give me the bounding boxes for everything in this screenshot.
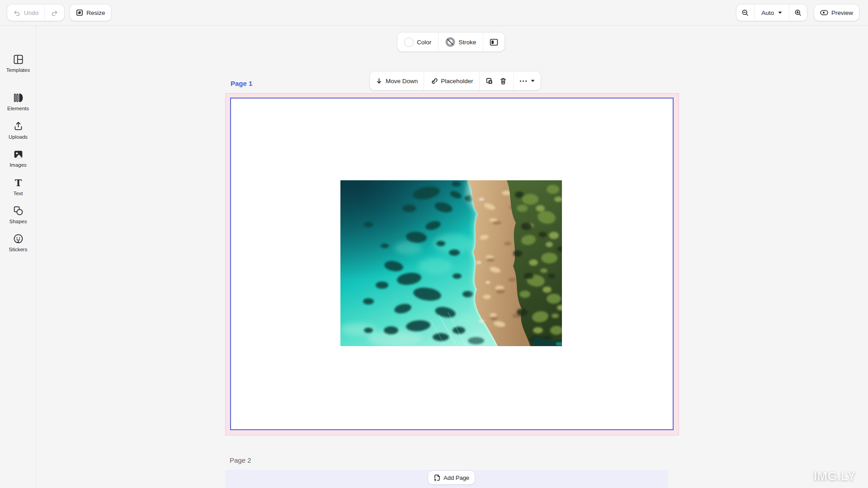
stroke-none-swatch (445, 37, 455, 47)
duplicate-icon (486, 77, 493, 85)
add-page-label: Add Page (443, 474, 469, 481)
stroke-button[interactable]: Stroke (439, 33, 483, 52)
zoom-out-icon (741, 9, 749, 17)
image-icon (13, 149, 24, 160)
ellipsis-icon (519, 80, 527, 82)
preview-button[interactable]: Preview (814, 5, 859, 21)
add-page-icon (434, 474, 441, 482)
sidebar-item-text[interactable]: T Text (0, 177, 36, 200)
open-panel-button[interactable] (483, 33, 505, 52)
page1-canvas[interactable] (230, 98, 674, 430)
delete-page-button[interactable] (496, 71, 510, 90)
canvas-image-block[interactable] (340, 180, 562, 346)
zoom-out-button[interactable] (736, 5, 754, 21)
zoom-level-value: Auto (761, 9, 774, 16)
history-button-group: Undo (7, 5, 64, 21)
sticker-icon (13, 233, 24, 244)
resize-label: Resize (86, 9, 105, 16)
zoom-level-dropdown[interactable]: Auto (755, 5, 789, 21)
resize-button[interactable]: Resize (70, 5, 111, 21)
zoom-in-icon (794, 9, 802, 17)
svg-text:T: T (14, 177, 22, 188)
fill-color-label: Color (417, 39, 431, 46)
sidebar-item-uploads[interactable]: Uploads (0, 121, 36, 143)
resize-icon (76, 9, 83, 16)
chevron-down-icon (778, 11, 782, 14)
stroke-label: Stroke (458, 39, 476, 46)
upload-icon (13, 121, 24, 132)
shapes-icon (13, 205, 24, 216)
templates-icon (13, 54, 24, 65)
undo-icon (13, 9, 21, 16)
page-action-icons (480, 71, 513, 90)
redo-icon (51, 9, 58, 16)
imgly-watermark: IMG.LY (813, 469, 856, 483)
sidebar-item-label: Text (13, 191, 23, 196)
page1-toolbar: Move Down Placeholder (370, 71, 541, 90)
sidebar-item-label: Templates (6, 67, 30, 73)
redo-button[interactable] (45, 5, 64, 21)
zoom-in-button[interactable] (789, 5, 807, 21)
placeholder-button[interactable]: Placeholder (424, 71, 479, 90)
arrow-down-icon (376, 77, 382, 84)
move-down-label: Move Down (386, 78, 418, 84)
sidebar-item-label: Images (9, 162, 27, 168)
placeholder-label: Placeholder (441, 78, 473, 84)
sidebar-item-elements[interactable]: Elements (0, 92, 36, 115)
zoom-control-group: Auto (736, 5, 807, 21)
asset-library-rail: Templates Elements Uploads (0, 26, 36, 488)
fill-color-button[interactable]: Color (397, 33, 438, 52)
sidebar-item-label: Elements (7, 106, 29, 111)
page1-bleed-area[interactable] (225, 93, 679, 436)
add-page-button[interactable]: Add Page (428, 471, 475, 484)
undo-button[interactable]: Undo (7, 5, 44, 21)
sidebar-item-label: Uploads (9, 134, 28, 140)
page-inspector-bar: Color Stroke (397, 33, 505, 52)
sidebar-item-shapes[interactable]: Shapes (0, 205, 36, 228)
text-icon: T (13, 177, 24, 188)
undo-label: Undo (24, 9, 38, 16)
move-down-button[interactable]: Move Down (370, 71, 424, 90)
link-icon (430, 77, 438, 85)
sidebar-item-templates[interactable]: Templates (0, 54, 36, 76)
top-bar: Undo (0, 0, 868, 26)
caret-down-icon (531, 80, 535, 82)
duplicate-page-button[interactable] (483, 71, 496, 90)
sidebar-item-stickers[interactable]: Stickers (0, 233, 36, 256)
sidebar-item-label: Shapes (9, 219, 27, 224)
preview-icon (820, 9, 828, 16)
side-panel-icon (490, 38, 498, 46)
preview-label: Preview (831, 9, 853, 16)
sidebar-item-label: Stickers (9, 247, 28, 252)
trash-icon (500, 77, 507, 85)
page1-title[interactable]: Page 1 (231, 80, 252, 87)
page-more-menu-button[interactable] (514, 71, 541, 90)
sidebar-item-images[interactable]: Images (0, 149, 36, 171)
fill-color-swatch (404, 38, 414, 47)
page2-title[interactable]: Page 2 (230, 456, 251, 464)
elements-icon (13, 92, 24, 103)
